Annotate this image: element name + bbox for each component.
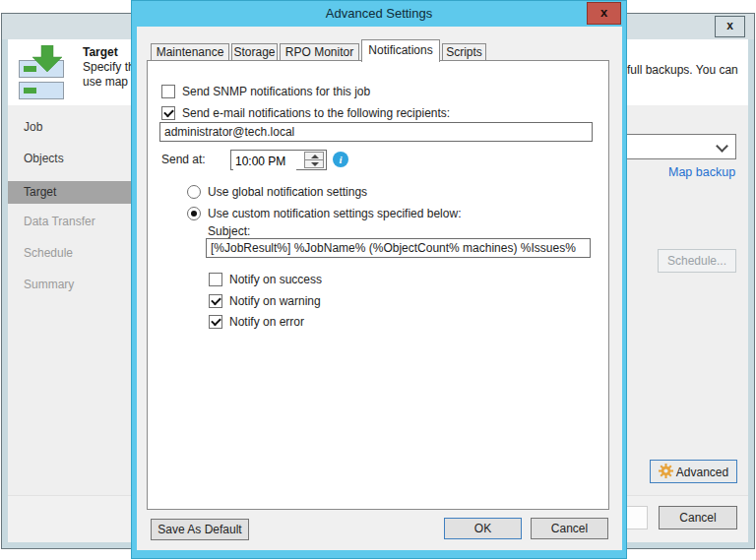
- notify-on-warning-label[interactable]: Notify on warning: [229, 294, 321, 308]
- arrow-up-icon: [311, 155, 319, 158]
- wizard-close-button[interactable]: x: [715, 16, 745, 37]
- tab-notifications[interactable]: Notifications: [361, 39, 440, 62]
- advanced-button-label: Advanced: [676, 466, 728, 479]
- chevron-down-icon: [716, 140, 728, 153]
- notify-on-success-checkbox[interactable]: [209, 273, 222, 286]
- wizard-step-title: Target: [83, 45, 118, 59]
- notify-on-success-label[interactable]: Notify on success: [229, 273, 322, 286]
- sidebar-item-objects[interactable]: Objects: [24, 152, 64, 165]
- sidebar-item-target-label: Target: [24, 185, 56, 199]
- sidebar-item-data-transfer[interactable]: Data Transfer: [24, 215, 95, 228]
- send-at-input[interactable]: [233, 152, 296, 170]
- info-icon-glyph: i: [339, 154, 342, 165]
- use-custom-settings-label[interactable]: Use custom notification settings specifi…: [208, 207, 461, 220]
- sidebar-item-target[interactable]: Target: [8, 181, 133, 204]
- wizard-description-right-fragment: full backups. You can: [627, 63, 738, 77]
- notify-on-error-checkbox[interactable]: [209, 315, 222, 329]
- save-as-default-button[interactable]: Save As Default: [151, 519, 249, 540]
- sidebar-item-summary[interactable]: Summary: [24, 278, 74, 291]
- backup-target-icon: [18, 45, 65, 100]
- dialog-title: Advanced Settings: [132, 1, 626, 27]
- send-at-label: Send at:: [161, 153, 206, 166]
- time-spinner: [304, 152, 324, 168]
- cancel-button[interactable]: Cancel: [531, 518, 608, 539]
- notify-on-error-label[interactable]: Notify on error: [229, 315, 304, 329]
- send-at-field[interactable]: [230, 150, 327, 170]
- tab-storage[interactable]: Storage: [231, 43, 278, 61]
- tab-maintenance[interactable]: Maintenance: [151, 43, 229, 61]
- ok-button[interactable]: OK: [444, 518, 522, 539]
- use-custom-settings-radio[interactable]: [187, 207, 201, 220]
- notifications-tab-panel: Send SNMP notifications for this job Sen…: [147, 60, 609, 510]
- recipients-input[interactable]: [159, 122, 593, 142]
- wizard-description-line2: use map b: [83, 75, 138, 89]
- map-backup-link[interactable]: Map backup: [668, 165, 735, 179]
- spinner-down-button[interactable]: [304, 159, 324, 168]
- close-icon: x: [726, 19, 733, 32]
- email-notifications-checkbox[interactable]: [161, 106, 175, 120]
- tab-rpo-monitor[interactable]: RPO Monitor: [280, 43, 359, 61]
- tab-scripts[interactable]: Scripts: [442, 43, 486, 61]
- dialog-close-button[interactable]: x: [587, 2, 621, 25]
- subject-input[interactable]: [206, 238, 591, 258]
- gear-icon: [659, 464, 673, 478]
- arrow-down-icon: [311, 162, 319, 166]
- wizard-description-line1: Specify th: [83, 60, 135, 74]
- info-icon: i: [333, 152, 348, 167]
- snmp-checkbox[interactable]: [161, 85, 175, 98]
- schedule-button[interactable]: Schedule...: [658, 249, 736, 273]
- use-global-settings-label[interactable]: Use global notification settings: [208, 185, 367, 199]
- wizard-cancel-button[interactable]: Cancel: [659, 506, 737, 529]
- use-global-settings-radio[interactable]: [187, 185, 201, 199]
- advanced-settings-dialog: Advanced Settings x Maintenance Storage …: [131, 0, 627, 559]
- sidebar-item-schedule[interactable]: Schedule: [24, 246, 73, 260]
- advanced-button[interactable]: Advanced: [650, 460, 737, 483]
- email-notifications-label[interactable]: Send e-mail notifications to the followi…: [182, 106, 450, 120]
- notify-on-warning-checkbox[interactable]: [209, 294, 222, 308]
- sidebar-item-job[interactable]: Job: [24, 120, 42, 134]
- snmp-checkbox-label[interactable]: Send SNMP notifications for this job: [182, 85, 370, 98]
- subject-label: Subject:: [208, 224, 250, 238]
- dialog-body: Maintenance Storage RPO Monitor Notifica…: [137, 27, 622, 550]
- close-icon: x: [600, 5, 607, 20]
